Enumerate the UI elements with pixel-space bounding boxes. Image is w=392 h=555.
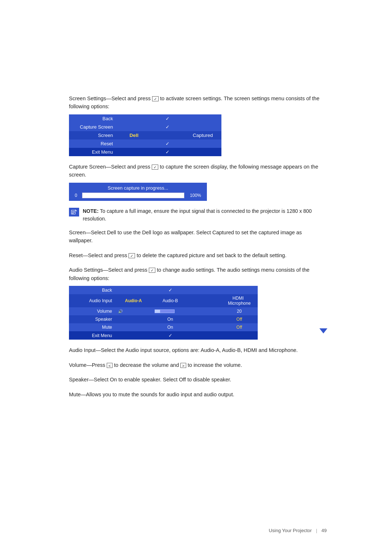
volume-bar-wrapper: 🔊 — [118, 309, 149, 314]
capture-progress-bar: Screen capture in progress... 0 100% — [69, 183, 207, 201]
enter-button-icon4: ✓ — [149, 268, 155, 273]
screen-settings-menu: Back ✓ Capture Screen ✓ Screen Dell Capt… — [69, 114, 221, 156]
audio-settings-heading: Audio Settings — [69, 267, 103, 273]
menu-row-reset: Reset ✓ — [69, 139, 221, 148]
scroll-arrow-icon — [319, 328, 327, 333]
audio-row-input: Audio Input Audio-A Audio-B HDMI Microph… — [69, 294, 258, 307]
menu-row-screen: Screen Dell Captured — [69, 131, 221, 139]
capture-bar-track — [82, 193, 184, 198]
volume-desc-mid: to decrease the volume and — [114, 362, 179, 368]
note-box: NOTE: To capture a full image, ensure th… — [69, 207, 327, 223]
screen-settings-heading: Screen Settings — [69, 96, 106, 101]
speaker-icon: 🔊 — [118, 309, 123, 314]
speaker-desc-heading: Speaker — [69, 377, 89, 382]
audio-input-heading: Audio Input — [69, 347, 95, 353]
audio-row-volume: Volume 🔊 20 — [69, 307, 258, 315]
volume-desc-heading: Volume — [69, 362, 86, 368]
capture-bar-fill — [82, 193, 184, 198]
left-arrow-btn[interactable]: < — [107, 363, 113, 368]
note-label: NOTE: — [83, 208, 99, 214]
note-icon — [69, 208, 79, 216]
audio-input-text: Select the Audio input source, options a… — [101, 347, 298, 353]
capture-bar-title: Screen capture in progress... — [75, 185, 201, 191]
volume-bar-fill — [155, 310, 160, 313]
audio-settings-menu: Back ✓ Audio Input Audio-A Audio-B HDMI … — [69, 286, 258, 340]
screen-desc-heading: Screen — [69, 230, 86, 235]
screen-desc-text: Select Dell to use the Dell logo as wall… — [69, 230, 302, 243]
note-text: NOTE: To capture a full image, ensure th… — [83, 207, 327, 223]
volume-desc-section: Volume—Press < to decrease the volume an… — [69, 361, 327, 369]
capture-bar-pct: 100% — [187, 193, 201, 198]
mute-desc-section: Mute—Allows you to mute the sounds for a… — [69, 390, 327, 398]
mute-desc-text: Allows you to mute the sounds for audio … — [86, 392, 234, 397]
audio-settings-section: Audio Settings—Select and press ✓ to cha… — [69, 266, 327, 340]
audio-row-back: Back ✓ — [69, 286, 258, 294]
screen-settings-section: Screen Settings—Select and press ✓ to ac… — [69, 94, 327, 156]
screen-settings-intro: Screen Settings—Select and press ✓ to ac… — [69, 94, 327, 111]
menu-row-back: Back ✓ — [69, 114, 221, 123]
audio-input-desc-section: Audio Input—Select the Audio input sourc… — [69, 346, 327, 354]
right-arrow-btn[interactable]: > — [180, 363, 186, 368]
footer-text: Using Your Projector — [269, 528, 312, 533]
menu-row-exit: Exit Menu ✓ — [69, 148, 221, 156]
screen-desc-section: Screen—Select Dell to use the Dell logo … — [69, 228, 327, 245]
volume-desc-post: to increase the volume. — [188, 362, 242, 368]
footer-divider: | — [316, 528, 317, 533]
capture-screen-intro: Capture Screen—Select and press ✓ to cap… — [69, 163, 327, 179]
pencil-note-icon — [71, 209, 77, 215]
enter-button-icon3: ✓ — [128, 253, 135, 258]
speaker-desc-section: Speaker—Select On to enable speaker. Sel… — [69, 376, 327, 384]
enter-button-icon: ✓ — [152, 96, 159, 101]
note-body: To capture a full image, ensure the inpu… — [83, 208, 312, 222]
audio-row-mute: Mute On Off — [69, 323, 258, 331]
page-footer: Using Your Projector | 49 — [269, 528, 327, 533]
reset-desc-heading: Reset — [69, 252, 83, 258]
capture-bar-zero: 0 — [75, 193, 79, 198]
reset-desc-section: Reset—Select and press ✓ to delete the c… — [69, 251, 327, 259]
speaker-desc-text: Select On to enable speaker. Select Off … — [94, 377, 232, 382]
enter-button-icon2: ✓ — [152, 165, 158, 170]
audio-row-speaker: Speaker On Off — [69, 315, 258, 323]
audio-settings-intro: Audio Settings—Select and press ✓ to cha… — [69, 266, 327, 282]
mute-desc-heading: Mute — [69, 392, 81, 397]
footer-page: 49 — [322, 528, 327, 533]
audio-row-exit: Exit Menu ✓ — [69, 331, 258, 340]
page: Screen Settings—Select and press ✓ to ac… — [0, 0, 392, 555]
capture-screen-section: Capture Screen—Select and press ✓ to cap… — [69, 163, 327, 201]
volume-bar — [155, 309, 175, 313]
capture-screen-heading: Capture Screen — [69, 164, 106, 170]
menu-row-capture-screen: Capture Screen ✓ — [69, 123, 221, 131]
